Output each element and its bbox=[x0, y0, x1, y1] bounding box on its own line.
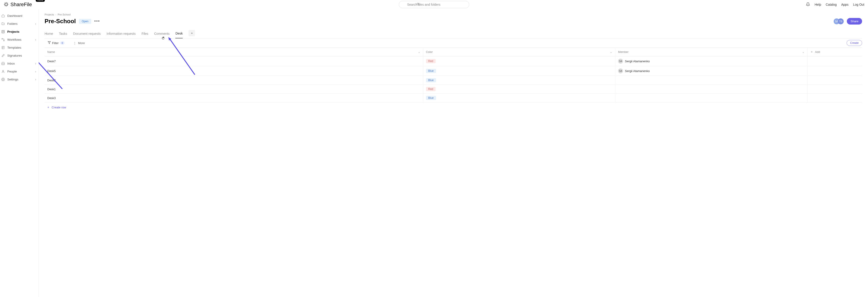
cell-name[interactable]: Desk7 bbox=[44, 56, 423, 66]
sidebar-item-label: Settings bbox=[7, 78, 19, 81]
column-header-name[interactable]: Name ⌄ bbox=[44, 48, 423, 56]
sidebar-item-label: Projects bbox=[7, 30, 19, 33]
tab-desk[interactable]: Desk bbox=[175, 30, 183, 38]
topbar-right: Help Catalog Apps Log Out bbox=[806, 2, 864, 7]
bell-icon[interactable] bbox=[806, 2, 810, 7]
cell-name[interactable]: Desk3 bbox=[44, 94, 423, 102]
table-row[interactable]: Desk7RedSASergii Atamanenko bbox=[44, 56, 862, 66]
tab-home[interactable]: Home bbox=[44, 30, 53, 38]
cell-member[interactable] bbox=[615, 76, 807, 85]
gear-icon bbox=[1, 78, 5, 81]
svg-rect-12 bbox=[3, 40, 4, 41]
cell-member[interactable]: SASergii Atamanenko bbox=[615, 66, 807, 76]
create-row-button[interactable]: ＋ Create row bbox=[44, 102, 862, 112]
add-column-button[interactable]: ＋ Add bbox=[807, 48, 862, 56]
tab-tasks[interactable]: Tasks bbox=[59, 30, 67, 38]
cell-empty bbox=[807, 66, 862, 76]
sidebar-item-people[interactable]: People› bbox=[0, 67, 38, 75]
svg-line-4 bbox=[5, 3, 6, 4]
sidebar-item-folders[interactable]: Folders› bbox=[0, 20, 38, 28]
sidebar-item-templates[interactable]: Templates bbox=[0, 44, 38, 52]
breadcrumb-current: Pre-School bbox=[58, 13, 70, 16]
table-row[interactable]: Desk3Blue bbox=[44, 94, 862, 102]
share-button[interactable]: Share bbox=[847, 18, 862, 25]
search-icon bbox=[416, 3, 420, 7]
sidebar-item-dashboard[interactable]: Dashboard bbox=[0, 12, 38, 20]
column-header-color[interactable]: Color ⌄ bbox=[423, 48, 616, 56]
cell-name[interactable]: Desk2 bbox=[44, 76, 423, 85]
column-label: Member bbox=[618, 51, 628, 54]
search-input[interactable] bbox=[399, 1, 469, 8]
table-row[interactable]: Desk5BlueSASergii Atamanenko bbox=[44, 66, 862, 76]
home-icon bbox=[1, 14, 5, 18]
status-badge[interactable]: Open bbox=[79, 19, 91, 24]
cell-color[interactable]: Blue bbox=[423, 94, 616, 102]
cell-name[interactable]: Desk1 bbox=[44, 85, 423, 93]
sign-icon bbox=[1, 54, 5, 57]
chevron-down-icon: ⌄ bbox=[802, 50, 805, 54]
cell-member[interactable] bbox=[615, 94, 807, 102]
tab-comments[interactable]: Comments bbox=[154, 30, 170, 38]
svg-line-6 bbox=[5, 5, 6, 6]
sidebar-item-signatures[interactable]: Signatures bbox=[0, 52, 38, 60]
tab-document-requests[interactable]: Document requests bbox=[73, 30, 100, 38]
cell-color[interactable]: Red bbox=[423, 56, 616, 66]
svg-rect-13 bbox=[2, 46, 4, 49]
table-row[interactable]: Desk1Red bbox=[44, 85, 862, 94]
svg-point-16 bbox=[2, 70, 4, 72]
catalog-link[interactable]: Catalog bbox=[826, 3, 837, 6]
chevron-right-icon: › bbox=[35, 62, 36, 65]
sidebar-item-label: Inbox bbox=[7, 62, 15, 65]
more-actions-icon[interactable]: ••• bbox=[94, 19, 100, 24]
sidebar-item-label: Templates bbox=[7, 46, 21, 49]
flow-icon bbox=[1, 38, 5, 41]
color-tag: Blue bbox=[426, 69, 436, 73]
create-button[interactable]: Create bbox=[847, 40, 862, 46]
help-link[interactable]: Help bbox=[814, 3, 821, 6]
brand-name: ShareFile bbox=[10, 2, 32, 7]
add-tab-button[interactable]: ＋ bbox=[189, 30, 195, 36]
chevron-right-icon: › bbox=[35, 70, 36, 73]
sidebar-item-projects[interactable]: Projects bbox=[0, 28, 38, 36]
create-row-label: Create row bbox=[52, 106, 66, 109]
title-row: Pre-School Open ••• SATS Share bbox=[44, 18, 862, 25]
sidebar-item-settings[interactable]: Settings› bbox=[0, 75, 38, 84]
sidebar-item-inbox[interactable]: Inbox› bbox=[0, 60, 38, 67]
cell-name[interactable]: Desk5 bbox=[44, 66, 423, 76]
cell-color[interactable]: Blue bbox=[423, 76, 616, 85]
brand[interactable]: ShareFile bbox=[4, 2, 32, 7]
breadcrumb-root[interactable]: Projects bbox=[44, 13, 54, 16]
sidebar-item-workflows[interactable]: Workflows› bbox=[0, 36, 38, 44]
chevron-down-icon: ⌄ bbox=[610, 50, 612, 54]
kebab-icon: ⋮ bbox=[73, 41, 76, 45]
tab-information-requests[interactable]: Information requests bbox=[107, 30, 136, 38]
filter-label: Filter bbox=[52, 41, 59, 45]
avatar: SA bbox=[618, 68, 623, 73]
chevron-right-icon: › bbox=[35, 22, 36, 26]
add-column-label: Add bbox=[815, 51, 820, 54]
data-table: Name ⌄ Color ⌄ Member ⌄ ＋ Add Desk7RedSA… bbox=[44, 47, 862, 112]
apps-link[interactable]: Apps bbox=[841, 3, 848, 6]
table-header: Name ⌄ Color ⌄ Member ⌄ ＋ Add bbox=[44, 48, 862, 56]
more-label: More bbox=[78, 41, 85, 45]
more-button[interactable]: ⋮ More bbox=[73, 41, 85, 45]
trial-badge: TRIAL bbox=[36, 0, 45, 2]
chevron-right-icon: › bbox=[35, 78, 36, 81]
sidebar-item-label: Workflows bbox=[7, 38, 21, 41]
projects-icon bbox=[1, 30, 5, 33]
sidebar-item-label: Dashboard bbox=[7, 14, 22, 18]
logout-link[interactable]: Log Out bbox=[853, 3, 864, 6]
table-row[interactable]: Desk2Blue bbox=[44, 76, 862, 85]
avatar[interactable]: TS bbox=[838, 19, 844, 24]
main-content: Projects › Pre-School Pre-School Open ••… bbox=[39, 9, 868, 297]
chevron-right-icon: › bbox=[35, 38, 36, 41]
cell-empty bbox=[807, 94, 862, 102]
cell-member[interactable] bbox=[615, 85, 807, 93]
cell-member[interactable]: SASergii Atamanenko bbox=[615, 56, 807, 66]
column-header-member[interactable]: Member ⌄ bbox=[615, 48, 807, 56]
tab-files[interactable]: Files bbox=[142, 30, 148, 38]
filter-button[interactable]: Filter 0 bbox=[44, 41, 65, 45]
cell-color[interactable]: Red bbox=[423, 85, 616, 93]
color-tag: Red bbox=[426, 87, 436, 91]
cell-color[interactable]: Blue bbox=[423, 66, 616, 76]
